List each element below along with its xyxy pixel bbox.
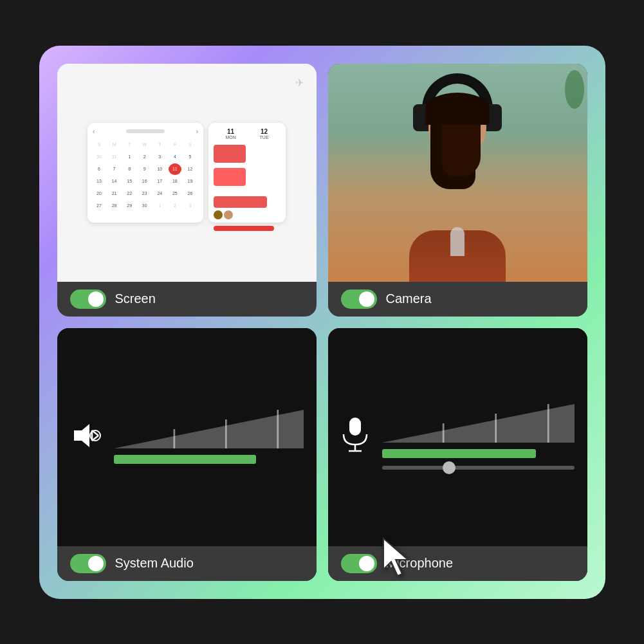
cal-cell: M bbox=[108, 139, 121, 151]
microphone-icon bbox=[341, 416, 369, 457]
cal-cell: 25 bbox=[169, 188, 181, 199]
sched-avatars bbox=[214, 210, 281, 219]
card-screen: ‹ › S M T W T F S 30 bbox=[57, 64, 317, 317]
cal-cell: 30 bbox=[93, 151, 106, 163]
screen-toggle-knob bbox=[88, 291, 104, 307]
mic-slider-track[interactable] bbox=[382, 466, 575, 470]
system-audio-label: System Audio bbox=[115, 556, 194, 571]
cal-cell: 16 bbox=[138, 176, 151, 187]
cal-cell: 8 bbox=[123, 163, 136, 175]
cal-cell: T bbox=[123, 139, 136, 151]
audio-green-bar bbox=[114, 455, 256, 464]
cal-cell: 2 bbox=[169, 200, 181, 212]
svg-marker-12 bbox=[382, 404, 575, 443]
cal-cell: 21 bbox=[108, 188, 121, 199]
cal-cell: 5 bbox=[183, 151, 196, 163]
cal-cell: 31 bbox=[108, 151, 121, 163]
cal-today-cell: 11 bbox=[169, 163, 181, 175]
mic-green-bar bbox=[382, 449, 536, 458]
screen-preview: ‹ › S M T W T F S 30 bbox=[57, 64, 317, 282]
cal-prev-icon[interactable]: ‹ bbox=[93, 128, 95, 135]
microphone-toggle-knob bbox=[359, 556, 374, 571]
camera-toggle-knob bbox=[359, 291, 374, 307]
camera-label: Camera bbox=[386, 291, 432, 306]
cal-cell: 26 bbox=[183, 188, 196, 199]
audio-viz-container bbox=[70, 410, 304, 464]
mic-level-meter bbox=[382, 404, 575, 470]
cal-cell: 22 bbox=[123, 188, 136, 199]
cal-cell: 10 bbox=[153, 163, 166, 175]
sched-event-3 bbox=[214, 196, 267, 208]
card-camera: Camera bbox=[328, 64, 587, 317]
cal-cell: 7 bbox=[108, 163, 121, 175]
cal-cell: 3 bbox=[183, 200, 196, 212]
outer-container: ‹ › S M T W T F S 30 bbox=[39, 46, 605, 599]
card-system-audio: System Audio bbox=[57, 328, 317, 581]
camera-person bbox=[328, 64, 587, 282]
system-audio-toggle-knob bbox=[88, 556, 104, 571]
system-audio-toggle[interactable] bbox=[70, 554, 106, 573]
cal-cell: 1 bbox=[153, 200, 166, 212]
svg-rect-9 bbox=[349, 418, 361, 436]
cal-cell: S bbox=[183, 139, 196, 151]
plant bbox=[565, 70, 584, 109]
cal-cell: 24 bbox=[153, 188, 166, 199]
cal-cell: F bbox=[169, 139, 181, 151]
screen-label: Screen bbox=[115, 291, 156, 306]
screen-toggle-bar: Screen bbox=[57, 282, 317, 317]
cal-cell: 18 bbox=[169, 176, 181, 187]
svg-marker-5 bbox=[114, 410, 304, 448]
schedule-mock: 11MON 12TUE bbox=[208, 123, 286, 223]
cal-cell: T bbox=[153, 139, 166, 151]
mic-meter-background bbox=[382, 404, 575, 443]
hair-right bbox=[442, 125, 481, 176]
cal-cell: 1 bbox=[123, 151, 136, 163]
system-audio-toggle-bar: System Audio bbox=[57, 546, 317, 581]
cal-grid: S M T W T F S 30 31 1 2 3 4 5 bbox=[93, 139, 198, 212]
cal-cell: 4 bbox=[169, 151, 181, 163]
calendar-mock: ‹ › S M T W T F S 30 bbox=[87, 123, 203, 223]
microphone-label: Microphone bbox=[386, 556, 454, 571]
cal-title-bar bbox=[126, 129, 165, 133]
studio-mic bbox=[450, 227, 465, 256]
sched-red-bar bbox=[214, 226, 274, 231]
camera-toggle-bar: Camera bbox=[328, 282, 587, 317]
microphone-toggle-bar: Microphone bbox=[328, 546, 587, 581]
cal-cell: 9 bbox=[138, 163, 151, 175]
cal-cell: 17 bbox=[153, 176, 166, 187]
svg-marker-0 bbox=[74, 424, 89, 447]
cal-cell: S bbox=[93, 139, 106, 151]
camera-preview bbox=[328, 64, 587, 282]
cal-next-icon[interactable]: › bbox=[196, 128, 198, 135]
plane-icon: ✈ bbox=[295, 77, 304, 89]
cal-cell: 2 bbox=[138, 151, 151, 163]
mic-slider-thumb[interactable] bbox=[443, 461, 455, 474]
audio-level-meter bbox=[114, 410, 304, 464]
cal-cell: 23 bbox=[138, 188, 151, 199]
cal-cell: 3 bbox=[153, 151, 166, 163]
speaker-icon bbox=[70, 420, 101, 454]
cal-cell: 28 bbox=[108, 200, 121, 212]
cal-cell: 29 bbox=[123, 200, 136, 212]
microphone-preview bbox=[328, 328, 587, 546]
camera-toggle[interactable] bbox=[341, 290, 377, 309]
sched-header: 11MON 12TUE bbox=[214, 128, 281, 140]
cards-grid: ‹ › S M T W T F S 30 bbox=[57, 64, 587, 581]
cal-cell: 30 bbox=[138, 200, 151, 212]
hair-top bbox=[425, 93, 490, 125]
sched-day-12: 12TUE bbox=[260, 128, 269, 140]
mic-meter-svg bbox=[382, 404, 575, 443]
sched-event-2 bbox=[214, 168, 246, 186]
sched-day-11: 11MON bbox=[225, 128, 235, 140]
mic-viz-container bbox=[341, 404, 575, 470]
meter-svg bbox=[114, 410, 304, 448]
cal-cell: 6 bbox=[93, 163, 106, 175]
cal-cell: 14 bbox=[108, 176, 121, 187]
card-microphone: Microphone bbox=[328, 328, 587, 581]
screen-toggle[interactable] bbox=[70, 290, 106, 309]
cal-cell: 15 bbox=[123, 176, 136, 187]
microphone-toggle[interactable] bbox=[341, 554, 377, 573]
cal-cell: 13 bbox=[93, 176, 106, 187]
sched-avatar-1 bbox=[214, 210, 223, 219]
cal-cell: 20 bbox=[93, 188, 106, 199]
